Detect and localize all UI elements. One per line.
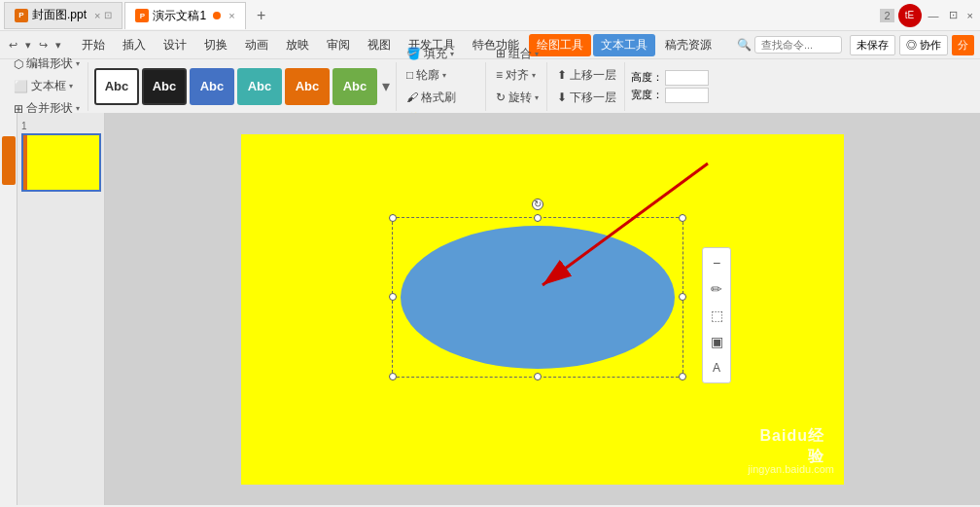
style-section: Abc Abc Abc Abc Abc Abc ▾ xyxy=(90,62,397,111)
menu-bar: ↩ ▾ ↪ ▾ 开始 插入 设计 切换 动画 放映 审阅 视图 开发工具 特色功… xyxy=(0,31,980,58)
style-box-1[interactable]: Abc xyxy=(142,68,187,105)
move-up-icon: ⬆ xyxy=(557,68,567,82)
width-input[interactable] xyxy=(665,88,709,103)
menu-template[interactable]: 稿壳资源 xyxy=(657,34,719,56)
group-col: ⊞ 组合 ▾ ≡ 对齐 ▾ xyxy=(492,44,542,86)
undo-dropdown[interactable]: ▾ xyxy=(22,37,34,54)
close-tab1[interactable]: × xyxy=(94,10,100,21)
textbox-icon: ⬜ xyxy=(14,80,28,93)
ppt-icon: P xyxy=(15,9,28,22)
ft-text-button[interactable]: A xyxy=(705,356,728,380)
main-content: 1 ↻ xyxy=(0,113,980,505)
undo-button[interactable]: ↩ xyxy=(6,37,20,54)
menu-transition[interactable]: 切换 xyxy=(196,34,235,56)
outline-icon: □ xyxy=(406,68,413,82)
menu-animation[interactable]: 动画 xyxy=(237,34,276,56)
menu-insert[interactable]: 插入 xyxy=(115,34,154,56)
menu-text-tools[interactable]: 文本工具 xyxy=(593,34,655,56)
fill-icon: 🪣 xyxy=(406,47,421,60)
style-box-3[interactable]: Abc xyxy=(237,68,282,105)
restore-btn[interactable]: ⊡ xyxy=(946,9,961,21)
rotate-icon: ↻ xyxy=(496,91,506,104)
layer-section: ⬆ 上移一层 ⬇ 下移一层 xyxy=(549,62,625,111)
chevron-merge: ▾ xyxy=(76,104,80,113)
fill-section: 🪣 填充 ▾ □ 轮廓 ▾ 🖌 格式刷 ✨ 形状效果 ▾ xyxy=(399,62,486,111)
handle-top-left[interactable] xyxy=(389,214,397,222)
shape-tools-section: ⬡ 编辑形状 ▾ ⬜ 文本框 ▾ ⊞ 合并形状 ▾ xyxy=(6,62,88,111)
edit-shape-button[interactable]: ⬡ 编辑形状 ▾ xyxy=(10,54,84,74)
move-up-button[interactable]: ⬆ 上移一层 xyxy=(553,65,620,86)
unsaved-button[interactable]: 未保存 xyxy=(850,35,895,55)
style-box-5[interactable]: Abc xyxy=(332,68,377,105)
rotate-button[interactable]: ↻ 旋转 ▾ xyxy=(492,88,542,108)
menu-design[interactable]: 设计 xyxy=(156,34,194,56)
shape-handles: ↻ xyxy=(393,218,682,377)
align-button[interactable]: ≡ 对齐 ▾ xyxy=(492,65,542,86)
tab-file2[interactable]: P 演示文稿1 × xyxy=(124,2,245,29)
ft-edit-button[interactable]: ✏ xyxy=(705,277,728,301)
menu-review[interactable]: 审阅 xyxy=(319,34,358,56)
edit-shape-icon: ⬡ xyxy=(14,57,23,71)
fill-button[interactable]: 🪣 填充 ▾ xyxy=(402,44,458,64)
menu-slideshow[interactable]: 放映 xyxy=(278,34,317,56)
ft-crop-button[interactable]: ⬚ xyxy=(705,304,728,327)
share-button[interactable]: 分 xyxy=(952,35,974,55)
chevron-textbox: ▾ xyxy=(69,82,73,91)
tab1-label: 封面图.ppt xyxy=(32,7,87,23)
style-box-2[interactable]: Abc xyxy=(190,68,234,105)
handle-mid-right[interactable] xyxy=(679,293,686,301)
slide-thumb-bar xyxy=(23,135,27,190)
handle-bot-mid[interactable] xyxy=(534,373,542,380)
handle-bot-right[interactable] xyxy=(679,373,686,380)
style-boxes: Abc Abc Abc Abc Abc Abc ▾ xyxy=(94,68,392,105)
slide-panel: 1 xyxy=(18,113,105,505)
user-avatar[interactable]: tE xyxy=(898,4,922,27)
style-more-button[interactable]: ▾ xyxy=(380,75,392,97)
height-input[interactable] xyxy=(665,70,709,86)
style-box-0[interactable]: Abc xyxy=(94,68,139,105)
brush-icon: 🖌 xyxy=(406,91,418,104)
ft-minus-button[interactable]: − xyxy=(705,251,728,274)
width-row: 宽度： xyxy=(631,88,709,103)
menu-view[interactable]: 视图 xyxy=(360,34,399,56)
width-label: 宽度： xyxy=(631,88,663,102)
height-label: 高度： xyxy=(631,70,663,85)
align-icon: ≡ xyxy=(496,68,503,82)
handle-top-mid[interactable] xyxy=(534,214,542,222)
tab2-label: 演示文稿1 xyxy=(153,8,206,24)
canvas-area[interactable]: ↻ − ✏ ⬚ ▣ A xyxy=(105,113,980,505)
format-brush-button[interactable]: 🖌 格式刷 xyxy=(402,88,481,108)
redo-dropdown[interactable]: ▾ xyxy=(52,37,64,54)
group-button[interactable]: ⊞ 组合 ▾ xyxy=(492,44,542,64)
style-box-4[interactable]: Abc xyxy=(285,68,330,105)
move-down-button[interactable]: ⬇ 下移一层 xyxy=(553,88,620,108)
restore-icon[interactable]: ⊡ xyxy=(104,10,112,20)
left-orange-indicator xyxy=(2,136,16,185)
handle-mid-left[interactable] xyxy=(389,293,397,301)
left-panel xyxy=(0,113,18,505)
minimize-btn[interactable]: — xyxy=(926,10,942,21)
toolbar: ⬡ 编辑形状 ▾ ⬜ 文本框 ▾ ⊞ 合并形状 ▾ Abc Abc Abc Ab… xyxy=(0,58,980,113)
handle-bot-left[interactable] xyxy=(389,373,397,380)
ft-layout-button[interactable]: ▣ xyxy=(705,330,728,353)
search-input[interactable] xyxy=(754,36,842,54)
height-row: 高度： xyxy=(631,70,709,86)
text-box-button[interactable]: ⬜ 文本框 ▾ xyxy=(10,76,77,96)
shape-container[interactable]: ↻ − ✏ ⬚ ▣ A xyxy=(392,217,683,378)
handle-top-right[interactable] xyxy=(679,214,686,222)
watermark-area: Baidu经验 jingyan.baidu.com xyxy=(748,463,834,475)
new-tab-button[interactable]: + xyxy=(248,2,275,29)
collaborate-button[interactable]: ◎ 协作 xyxy=(899,35,948,55)
slide-num-1: 1 xyxy=(21,121,100,131)
chevron-icon: ▾ xyxy=(76,59,80,68)
rotate-handle[interactable]: ↻ xyxy=(532,199,543,210)
group-icon: ⊞ xyxy=(496,47,506,60)
close-btn[interactable]: × xyxy=(964,10,976,21)
close-tab2[interactable]: × xyxy=(228,10,234,21)
title-bar: P 封面图.ppt × ⊡ P 演示文稿1 × + 2 tE — ⊡ × xyxy=(0,0,980,31)
watermark-main: Baidu经验 xyxy=(748,426,824,467)
tab-file1[interactable]: P 封面图.ppt × ⊡ xyxy=(4,2,122,29)
slide-thumb-1[interactable] xyxy=(21,133,101,192)
redo-button[interactable]: ↪ xyxy=(36,37,51,54)
outline-button[interactable]: □ 轮廓 ▾ xyxy=(402,65,458,86)
